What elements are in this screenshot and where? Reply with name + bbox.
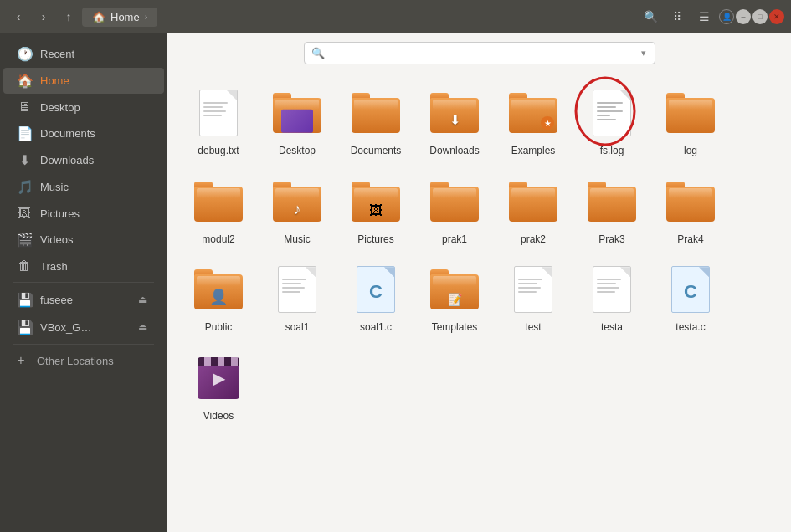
file-icon-wrap xyxy=(349,86,403,140)
list-item[interactable]: ▶ Videos xyxy=(181,345,256,430)
breadcrumb-arrow: › xyxy=(145,12,148,22)
sidebar-item-pictures[interactable]: 🖼 Pictures xyxy=(3,201,164,226)
file-icon-wrap: 🖼 xyxy=(349,175,403,228)
list-item[interactable]: 👤 Public xyxy=(181,256,256,341)
list-item[interactable]: Documents xyxy=(338,79,413,165)
search-button[interactable]: 🔍 xyxy=(639,5,662,28)
list-item[interactable]: log xyxy=(653,79,728,165)
search-input[interactable] xyxy=(330,47,639,59)
music-icon: 🎵 xyxy=(17,179,32,195)
c-source-file-icon: C xyxy=(357,266,395,313)
list-item[interactable]: soal1 xyxy=(259,256,335,341)
file-icon-wrap xyxy=(270,86,324,140)
text-file-icon xyxy=(514,266,552,313)
list-item[interactable]: ★ Examples xyxy=(496,79,571,165)
sidebar-label-documents: Documents xyxy=(40,127,151,140)
sidebar-item-fuseee[interactable]: 💾 fuseee ⏏ xyxy=(3,286,164,313)
folder-icon xyxy=(430,182,479,222)
file-name: Examples xyxy=(511,145,556,158)
minimize-button[interactable]: – xyxy=(736,9,751,24)
forward-button[interactable]: › xyxy=(32,5,55,28)
folder-icon xyxy=(509,182,557,222)
file-name: Pictures xyxy=(357,233,393,247)
list-item[interactable]: ⬇ Downloads xyxy=(417,79,492,165)
sidebar-item-downloads[interactable]: ⬇ Downloads xyxy=(3,147,164,173)
file-name: Videos xyxy=(203,410,234,423)
sidebar-item-desktop[interactable]: 🖥 Desktop xyxy=(3,95,164,120)
list-item[interactable]: fs.log xyxy=(574,79,650,165)
search-container: 🔍 ▾ xyxy=(304,42,655,64)
other-locations-icon: + xyxy=(13,353,28,368)
sidebar-item-other-locations[interactable]: + Other Locations xyxy=(0,348,167,373)
list-item[interactable]: Prak4 xyxy=(653,168,728,253)
list-item[interactable]: 📝 Templates xyxy=(417,256,492,341)
list-item[interactable]: test xyxy=(496,256,571,341)
sidebar-item-recent[interactable]: 🕐 Recent xyxy=(3,41,164,67)
file-name: Desktop xyxy=(279,145,316,158)
list-item[interactable]: prak1 xyxy=(417,168,492,253)
file-grid: debug.txt Desktop xyxy=(167,73,791,532)
user-button[interactable]: 👤 xyxy=(719,9,734,24)
list-item[interactable]: 🖼 Pictures xyxy=(338,168,413,253)
sidebar-item-videos[interactable]: 🎬 Videos xyxy=(3,227,164,253)
sidebar-item-vbox[interactable]: 💾 VBox_G… ⏏ xyxy=(3,314,164,340)
view-options-button[interactable]: ⠿ xyxy=(665,5,689,28)
sidebar-label-trash: Trash xyxy=(40,260,151,273)
list-item[interactable]: debug.txt xyxy=(181,79,256,165)
examples-badge-icon: ★ xyxy=(541,116,554,130)
file-name: Public xyxy=(205,321,233,335)
list-item[interactable]: testa xyxy=(574,256,650,341)
file-name: modul2 xyxy=(202,233,234,247)
file-name: Documents xyxy=(351,145,402,158)
file-name: Prak4 xyxy=(677,233,703,247)
list-item[interactable]: Desktop xyxy=(259,79,335,165)
file-name: log xyxy=(684,145,697,158)
titlebar-actions: 🔍 ⠿ ☰ 👤 – □ ✕ xyxy=(639,5,784,28)
folder-icon xyxy=(273,93,321,133)
sidebar-label-vbox: VBox_G… xyxy=(40,321,126,334)
sidebar-divider-1 xyxy=(13,282,154,283)
file-name: soal1 xyxy=(285,321,310,335)
breadcrumb-label: Home xyxy=(110,11,140,23)
eject-fuseee-button[interactable]: ⏏ xyxy=(134,291,151,308)
sidebar-item-documents[interactable]: 📄 Documents xyxy=(3,120,164,146)
file-icon-wrap xyxy=(192,86,245,140)
menu-button[interactable]: ☰ xyxy=(692,5,716,28)
close-button[interactable]: ✕ xyxy=(769,9,784,24)
list-item[interactable]: C soal1.c xyxy=(338,256,413,341)
desktop-icon: 🖥 xyxy=(17,100,32,115)
back-button[interactable]: ‹ xyxy=(7,5,30,28)
list-item[interactable]: C testa.c xyxy=(653,256,728,341)
sidebar-item-music[interactable]: 🎵 Music xyxy=(3,174,164,200)
desktop-overlay xyxy=(281,110,313,133)
maximize-button[interactable]: □ xyxy=(752,9,768,24)
folder-icon xyxy=(666,93,715,133)
search-bar: 🔍 ▾ xyxy=(167,33,791,73)
file-name: testa.c xyxy=(675,321,705,335)
folder-icon xyxy=(666,182,715,222)
file-icon-wrap: ★ xyxy=(506,86,560,140)
home-icon: 🏠 xyxy=(17,73,32,89)
search-dropdown-button[interactable]: ▾ xyxy=(639,46,648,60)
file-name: Music xyxy=(284,233,310,247)
file-icon-wrap xyxy=(585,175,639,228)
sidebar-item-trash[interactable]: 🗑 Trash xyxy=(3,253,164,279)
file-name: prak2 xyxy=(521,233,546,247)
file-icon-wrap: C xyxy=(664,263,717,316)
folder-icon xyxy=(194,182,243,222)
list-item[interactable]: modul2 xyxy=(181,168,256,253)
sidebar-item-home[interactable]: 🏠 Home xyxy=(3,68,164,94)
list-item[interactable]: prak2 xyxy=(496,168,571,253)
list-item[interactable]: ♪ Music xyxy=(259,168,335,253)
videos-icon: 🎬 xyxy=(17,232,32,248)
eject-vbox-button[interactable]: ⏏ xyxy=(134,319,151,335)
video-folder-icon: ▶ xyxy=(198,357,239,399)
pictures-icon: 🖼 xyxy=(17,206,32,221)
sidebar-label-videos: Videos xyxy=(40,233,151,246)
search-icon: 🔍 xyxy=(311,47,325,59)
up-button[interactable]: ↑ xyxy=(57,5,80,28)
sidebar-label-home: Home xyxy=(40,74,151,87)
list-item[interactable]: Prak3 xyxy=(574,168,650,253)
video-play-icon: ▶ xyxy=(213,368,225,388)
folder-icon xyxy=(352,93,400,133)
